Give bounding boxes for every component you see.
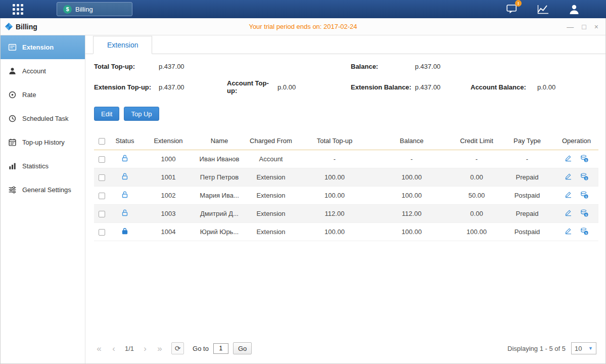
clock-icon — [8, 114, 17, 123]
sidebar-item-rate[interactable]: Rate — [1, 83, 85, 107]
person-icon — [569, 4, 580, 15]
tab-extension[interactable]: Extension — [93, 36, 152, 54]
row-checkbox[interactable] — [99, 156, 105, 163]
sidebar-item-account[interactable]: Account — [1, 59, 85, 83]
billing-app-window: $ Billing ! — [0, 0, 606, 364]
cell-extension: 1002 — [141, 186, 196, 204]
go-button[interactable]: Go — [233, 342, 252, 354]
account-icon — [8, 67, 17, 75]
summary-label: Account Top-up: — [227, 79, 277, 95]
top-up-row-icon[interactable]: $ — [580, 227, 588, 235]
cell-balance: 112.00 — [370, 204, 453, 222]
summary-label: Balance: — [351, 63, 415, 70]
column-header-name: Name — [196, 132, 243, 150]
edit-row-icon[interactable] — [565, 154, 572, 162]
edit-button[interactable]: Edit — [94, 107, 119, 121]
messages-button[interactable]: ! — [506, 4, 518, 15]
select-all-checkbox[interactable] — [99, 138, 105, 145]
sidebar-item-extension[interactable]: Extension — [1, 35, 85, 59]
next-page-button[interactable]: › — [140, 344, 150, 353]
line-chart-icon — [537, 4, 549, 14]
table-row: 1004 Юрий Юрь... Extension 100.00 100.00… — [94, 222, 598, 241]
sidebar-item-label: Scheduled Task — [22, 115, 69, 122]
column-header-balance: Balance — [370, 132, 453, 150]
action-buttons: Edit Top Up — [94, 107, 598, 121]
sidebar-item-label: Rate — [22, 91, 36, 99]
summary-label: Extension Balance: — [351, 83, 415, 91]
row-checkbox[interactable] — [99, 174, 105, 181]
minimize-icon[interactable]: — — [567, 23, 574, 30]
goto-page-input[interactable] — [213, 343, 228, 354]
cell-credit-limit: 0.00 — [453, 204, 500, 222]
lock-status-icon[interactable] — [121, 172, 129, 180]
edit-row-icon[interactable] — [565, 172, 572, 180]
refresh-button[interactable]: ⟳ — [171, 342, 184, 354]
sidebar-item-label: Account — [22, 67, 46, 75]
lock-status-icon[interactable] — [121, 227, 129, 235]
column-header-credit-limit: Credit Limit — [453, 132, 500, 150]
top-up-button[interactable]: Top Up — [124, 107, 159, 121]
table-row: 1000 Иван Иванов Account - - - - — [94, 150, 598, 168]
close-icon[interactable]: × — [594, 23, 598, 30]
billing-summary: Total Top-up: p.437.00 Balance: p.437.00… — [94, 63, 598, 95]
edit-row-icon[interactable] — [565, 209, 572, 216]
first-page-button[interactable]: « — [94, 344, 104, 353]
prev-page-button[interactable]: ‹ — [109, 344, 119, 353]
app-launcher-button[interactable] — [0, 4, 35, 15]
topbar-tab-billing[interactable]: $ Billing — [57, 2, 132, 16]
cell-credit-limit: - — [453, 150, 500, 168]
window-title: Billing — [16, 23, 37, 31]
cell-total-topup: 100.00 — [299, 222, 370, 241]
cell-credit-limit: 50.00 — [453, 186, 500, 204]
user-account-button[interactable] — [569, 4, 580, 15]
sidebar-item-label: Top-up History — [22, 139, 65, 146]
cell-total-topup: 100.00 — [299, 168, 370, 186]
column-header-pay-type: Pay Type — [500, 132, 554, 150]
bar-chart-icon — [8, 162, 17, 170]
maximize-icon[interactable]: □ — [582, 23, 586, 30]
lock-status-icon[interactable] — [121, 209, 129, 217]
sidebar-item-scheduled-task[interactable]: Scheduled Task — [1, 107, 85, 130]
top-up-row-icon[interactable]: $ — [580, 172, 588, 180]
last-page-button[interactable]: » — [155, 344, 165, 353]
table-row: 1001 Петр Петров Extension 100.00 100.00… — [94, 168, 598, 186]
row-checkbox[interactable] — [99, 193, 105, 199]
edit-row-icon[interactable] — [565, 227, 572, 235]
lock-status-icon[interactable] — [121, 154, 129, 162]
tab-strip: Extension — [85, 35, 605, 54]
sidebar: Extension Account Rate — [1, 35, 85, 363]
cell-name: Юрий Юрь... — [196, 222, 243, 241]
extension-table: Status Extension Name Charged From Total… — [94, 132, 598, 241]
select-all-cell — [94, 132, 109, 150]
cell-balance: 100.00 — [370, 168, 453, 186]
sidebar-item-general-settings[interactable]: General Settings — [1, 178, 85, 202]
cell-extension: 1004 — [141, 222, 196, 241]
summary-value: p.437.00 — [159, 83, 227, 91]
page-size-dropdown[interactable]: 10 ▼ — [571, 342, 596, 354]
top-up-row-icon[interactable]: $ — [580, 154, 588, 162]
topbar-right-icons: ! — [506, 4, 580, 15]
cell-name: Мария Ива... — [196, 186, 243, 204]
cell-extension: 1001 — [141, 168, 196, 186]
tab-extension-label: Extension — [107, 41, 138, 49]
statistics-report-button[interactable] — [537, 4, 549, 14]
cell-pay-type: - — [500, 150, 554, 168]
summary-value: p.437.00 — [415, 63, 471, 70]
cell-balance: - — [370, 150, 453, 168]
cell-charged-from: Extension — [243, 204, 299, 222]
cell-total-topup: 112.00 — [299, 204, 370, 222]
main-panel: Extension Total Top-up: p.437.00 Balance… — [85, 35, 605, 363]
top-up-row-icon[interactable]: $ — [580, 209, 588, 217]
cell-charged-from: Account — [243, 150, 299, 168]
sidebar-item-statistics[interactable]: Statistics — [1, 154, 85, 178]
row-checkbox[interactable] — [99, 211, 105, 217]
sidebar-item-topup-history[interactable]: Top-up History — [1, 130, 85, 154]
top-up-row-icon[interactable]: $ — [580, 191, 588, 199]
lock-status-icon[interactable] — [121, 191, 129, 199]
column-header-status: Status — [109, 132, 141, 150]
summary-value: p.437.00 — [159, 63, 227, 70]
row-checkbox[interactable] — [99, 229, 105, 236]
edit-row-icon[interactable] — [565, 191, 572, 198]
refresh-icon: ⟳ — [175, 344, 181, 352]
pagination-bar: « ‹ 1/1 › » ⟳ Go to Go Displaying 1 - 5 … — [94, 337, 598, 359]
